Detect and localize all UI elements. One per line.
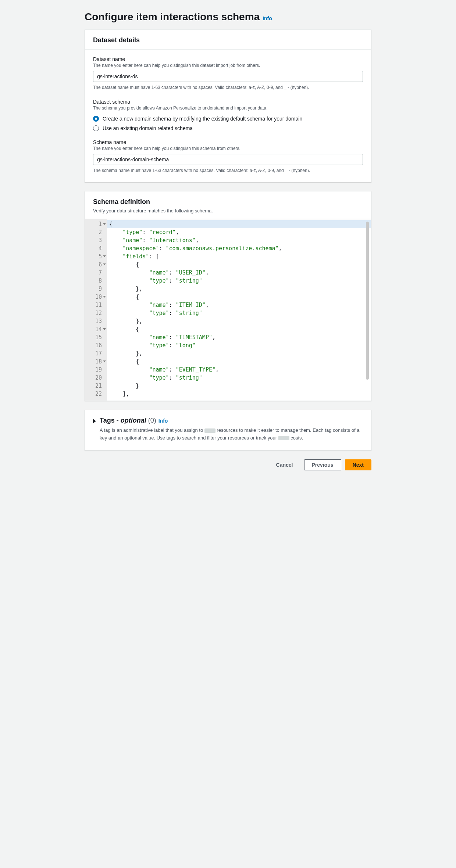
code-line[interactable]: }, xyxy=(107,349,371,358)
redacted-text xyxy=(204,428,215,433)
code-line[interactable]: }, xyxy=(107,317,371,325)
gutter-line: 10 xyxy=(85,293,107,301)
redacted-text xyxy=(278,436,289,440)
code-line[interactable]: ], xyxy=(107,390,371,398)
gutter-line: 3 xyxy=(85,236,107,244)
dataset-name-field: Dataset name The name you enter here can… xyxy=(93,56,363,91)
caret-right-icon[interactable] xyxy=(93,419,96,423)
dataset-name-help: The dataset name must have 1-63 characte… xyxy=(93,84,363,91)
code-line[interactable]: "name": "TIMESTAMP", xyxy=(107,333,371,341)
gutter-line: 22 xyxy=(85,390,107,398)
code-line[interactable]: }, xyxy=(107,285,371,293)
tags-count: (0) xyxy=(148,417,156,424)
tags-panel: Tags - optional (0) Info A tag is an adm… xyxy=(85,410,371,451)
gutter-line: 20 xyxy=(85,374,107,382)
page-info-link[interactable]: Info xyxy=(263,15,272,21)
code-line[interactable]: "name": "Interactions", xyxy=(107,236,371,244)
dataset-name-hint: The name you enter here can help you dis… xyxy=(93,63,363,68)
gutter-line: 19 xyxy=(85,366,107,374)
code-line[interactable]: "namespace": "com.amazonaws.personalize.… xyxy=(107,244,371,252)
dataset-details-panel: Dataset details Dataset name The name yo… xyxy=(85,29,371,182)
gutter-line: 14 xyxy=(85,325,107,333)
schema-definition-panel: Schema definition Verify your data struc… xyxy=(85,191,371,401)
code-line[interactable]: { xyxy=(107,293,371,301)
schema-name-input[interactable] xyxy=(93,154,363,165)
radio-create-new-schema[interactable]: Create a new domain schema by modifying … xyxy=(93,116,363,122)
gutter-line: 2 xyxy=(85,228,107,236)
gutter-line: 8 xyxy=(85,277,107,285)
code-line[interactable]: "type": "string" xyxy=(107,277,371,285)
editor-scrollbar[interactable] xyxy=(366,222,369,380)
code-line[interactable]: "type": "string" xyxy=(107,309,371,317)
radio-create-new-label: Create a new domain schema by modifying … xyxy=(103,116,302,122)
dataset-details-title: Dataset details xyxy=(93,36,363,44)
code-line[interactable]: { xyxy=(107,261,371,269)
gutter-line: 9 xyxy=(85,285,107,293)
gutter-line: 7 xyxy=(85,269,107,277)
cancel-button[interactable]: Cancel xyxy=(269,460,300,470)
code-line[interactable]: "fields": [ xyxy=(107,252,371,261)
wizard-footer: Cancel Previous Next xyxy=(85,459,371,470)
radio-use-existing-schema[interactable]: Use an existing domain related schema xyxy=(93,125,363,131)
code-line[interactable]: { xyxy=(107,325,371,333)
dataset-schema-hint: The schema you provide allows Amazon Per… xyxy=(93,105,363,111)
dataset-name-input[interactable] xyxy=(93,71,363,82)
dataset-name-label: Dataset name xyxy=(93,56,363,62)
gutter-line: 1 xyxy=(85,220,107,228)
tags-description: A tag is an administrative label that yo… xyxy=(100,427,363,442)
code-line[interactable]: { xyxy=(107,358,371,366)
radio-unchecked-icon xyxy=(93,125,99,131)
gutter-line: 12 xyxy=(85,309,107,317)
schema-name-label: Schema name xyxy=(93,139,363,145)
schema-definition-title: Schema definition xyxy=(93,198,363,206)
dataset-schema-field: Dataset schema The schema you provide al… xyxy=(93,99,363,131)
schema-definition-subtitle: Verify your data structure matches the f… xyxy=(93,208,363,214)
code-line[interactable]: "type": "long" xyxy=(107,341,371,349)
gutter-line: 6 xyxy=(85,261,107,269)
tags-title: Tags - optional (0) Info xyxy=(100,417,363,424)
tags-optional: optional xyxy=(121,417,146,424)
code-line[interactable]: { xyxy=(107,220,371,228)
next-button[interactable]: Next xyxy=(345,459,371,470)
radio-use-existing-label: Use an existing domain related schema xyxy=(103,125,193,131)
dataset-schema-label: Dataset schema xyxy=(93,99,363,105)
tags-title-prefix: Tags - xyxy=(100,417,121,424)
code-line[interactable]: "name": "ITEM_ID", xyxy=(107,301,371,309)
gutter-line: 17 xyxy=(85,349,107,358)
code-line[interactable]: "type": "string" xyxy=(107,374,371,382)
schema-code-editor[interactable]: 12345678910111213141516171819202122 { "t… xyxy=(85,219,371,401)
schema-name-field: Schema name The name you enter here can … xyxy=(93,139,363,174)
schema-name-help: The schema name must have 1-63 character… xyxy=(93,167,363,174)
gutter-line: 13 xyxy=(85,317,107,325)
gutter-line: 5 xyxy=(85,252,107,261)
previous-button[interactable]: Previous xyxy=(304,459,341,470)
gutter-line: 21 xyxy=(85,382,107,390)
tags-info-link[interactable]: Info xyxy=(158,418,168,424)
radio-checked-icon xyxy=(93,116,99,122)
page-title: Configure item interactions schema xyxy=(85,11,260,23)
gutter-line: 18 xyxy=(85,358,107,366)
gutter-line: 15 xyxy=(85,333,107,341)
code-line[interactable]: "name": "USER_ID", xyxy=(107,269,371,277)
code-line[interactable]: "type": "record", xyxy=(107,228,371,236)
gutter-line: 4 xyxy=(85,244,107,252)
gutter-line: 16 xyxy=(85,341,107,349)
code-line[interactable]: } xyxy=(107,382,371,390)
gutter-line: 11 xyxy=(85,301,107,309)
schema-name-hint: The name you enter here can help you dis… xyxy=(93,146,363,151)
code-line[interactable]: "name": "EVENT_TYPE", xyxy=(107,366,371,374)
